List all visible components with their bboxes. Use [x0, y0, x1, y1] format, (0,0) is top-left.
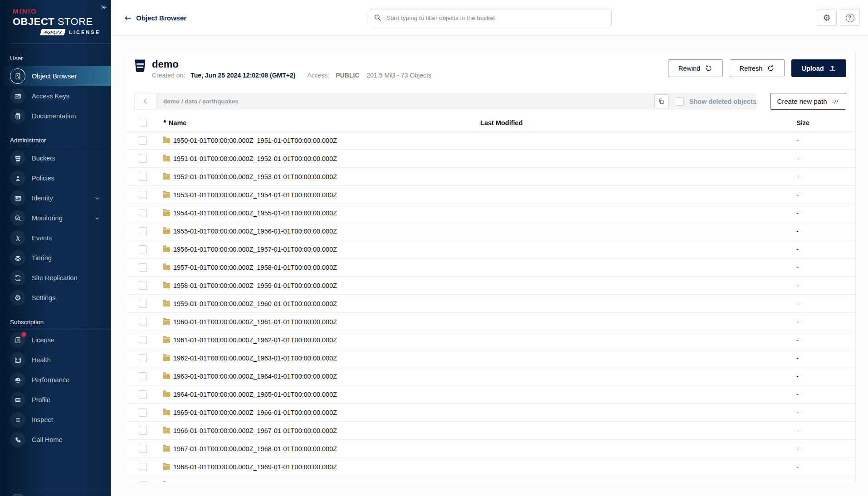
object-name: 1958-01-01T00:00:00.000Z_1959-01-01T00:0… — [173, 282, 337, 289]
table-row[interactable]: 1963-01-01T00:00:00.000Z_1964-01-01T00:0… — [127, 367, 855, 385]
table-row[interactable]: 1962-01-01T00:00:00.000Z_1963-01-01T00:0… — [127, 349, 855, 367]
row-checkbox[interactable] — [139, 155, 147, 163]
table-row[interactable]: 1960-01-01T00:00:00.000Z_1961-01-01T00:0… — [127, 313, 855, 331]
search-input[interactable] — [369, 10, 612, 26]
table-row[interactable]: 1969-01-01T00:00:00.000Z_1970-01-01T00:0… — [127, 476, 855, 482]
license-label: LICENSE — [69, 29, 100, 35]
object-name: 1968-01-01T00:00:00.000Z_1969-01-01T00:0… — [173, 463, 337, 471]
sidebar-item-call-home[interactable]: Call Home — [0, 430, 111, 450]
show-deleted-label: Show deleted objects — [689, 98, 756, 105]
table-row[interactable]: 1961-01-01T00:00:00.000Z_1962-01-01T00:0… — [127, 331, 855, 349]
settings-button[interactable]: ⚙ — [817, 10, 837, 26]
object-browser-icon — [10, 68, 25, 84]
policies-icon — [10, 170, 25, 186]
select-all-checkbox[interactable] — [139, 119, 147, 127]
folder-icon — [163, 319, 170, 325]
sidebar-bottom-icon[interactable] — [10, 494, 25, 496]
row-checkbox[interactable] — [139, 209, 147, 217]
row-checkbox[interactable] — [139, 354, 147, 362]
rewind-button[interactable]: Rewind — [668, 59, 723, 77]
object-size: - — [796, 318, 846, 326]
row-checkbox[interactable] — [139, 173, 147, 181]
topbar: ← Object Browser ⚙ ? — [111, 0, 868, 36]
sidebar-item-performance[interactable]: Performance — [0, 370, 111, 390]
sidebar-item-monitoring[interactable]: Monitoring — [0, 208, 111, 228]
folder-icon — [163, 247, 170, 252]
refresh-button[interactable]: Refresh — [730, 59, 785, 77]
minio-wordmark: MINIO — [13, 7, 102, 15]
row-checkbox[interactable] — [139, 445, 147, 453]
row-checkbox[interactable] — [139, 191, 147, 199]
table-row[interactable]: 1956-01-01T00:00:00.000Z_1957-01-01T00:0… — [127, 240, 855, 258]
object-size: - — [796, 391, 846, 398]
row-checkbox[interactable] — [139, 136, 147, 145]
chevron-down-icon — [94, 215, 100, 221]
table-row[interactable]: 1964-01-01T00:00:00.000Z_1965-01-01T00:0… — [127, 385, 855, 404]
sidebar-item-buckets[interactable]: Buckets — [0, 148, 111, 168]
table-row[interactable]: 1955-01-01T00:00:00.000Z_1956-01-01T00:0… — [127, 222, 855, 240]
call-home-icon — [10, 432, 25, 447]
object-name: 1961-01-01T00:00:00.000Z_1962-01-01T00:0… — [173, 336, 337, 344]
chevron-left-icon — [142, 98, 149, 105]
sidebar-item-object-browser[interactable]: Object Browser — [0, 66, 111, 86]
table-row[interactable]: 1958-01-01T00:00:00.000Z_1959-01-01T00:0… — [127, 277, 855, 295]
table-row[interactable]: 1959-01-01T00:00:00.000Z_1960-01-01T00:0… — [127, 295, 855, 313]
row-checkbox[interactable] — [139, 390, 147, 399]
row-checkbox[interactable] — [139, 227, 147, 235]
table-row[interactable]: 1957-01-01T00:00:00.000Z_1958-01-01T00:0… — [127, 258, 855, 277]
object-size: - — [796, 282, 846, 289]
copy-path-button[interactable] — [654, 94, 668, 108]
sidebar-item-events[interactable]: Events — [0, 228, 111, 248]
performance-icon — [10, 372, 25, 388]
table-row[interactable]: 1954-01-01T00:00:00.000Z_1955-01-01T00:0… — [127, 204, 855, 222]
row-checkbox[interactable] — [139, 263, 147, 272]
sidebar-item-health[interactable]: Health — [0, 350, 111, 370]
table-row[interactable]: 1968-01-01T00:00:00.000Z_1969-01-01T00:0… — [127, 458, 855, 476]
sidebar-item-profile[interactable]: Profile — [0, 390, 111, 410]
table-row[interactable]: 1953-01-01T00:00:00.000Z_1954-01-01T00:0… — [127, 186, 855, 204]
sidebar-item-site-replication[interactable]: Site Replication — [0, 268, 111, 288]
row-checkbox[interactable] — [139, 336, 147, 344]
column-header-last-modified[interactable]: Last Modified — [480, 119, 796, 126]
path-back-button[interactable] — [134, 93, 156, 110]
table-row[interactable]: 1965-01-01T00:00:00.000Z_1966-01-01T00:0… — [127, 404, 855, 422]
sidebar-item-inspect[interactable]: Inspect — [0, 410, 111, 430]
object-name: 1956-01-01T00:00:00.000Z_1957-01-01T00:0… — [173, 246, 337, 253]
table-row[interactable]: 1952-01-01T00:00:00.000Z_1953-01-01T00:0… — [127, 168, 855, 186]
row-checkbox[interactable] — [139, 245, 147, 253]
row-checkbox[interactable] — [139, 372, 147, 380]
create-new-path-button[interactable]: Create new path — [770, 93, 846, 110]
table-row[interactable]: 1966-01-01T00:00:00.000Z_1967-01-01T00:0… — [127, 422, 855, 440]
sidebar-item-tiering[interactable]: Tiering — [0, 248, 111, 268]
back-to-object-browser[interactable]: ← Object Browser — [125, 14, 186, 22]
search-icon — [374, 14, 382, 22]
table-row[interactable]: 1967-01-01T00:00:00.000Z_1968-01-01T00:0… — [127, 440, 855, 458]
row-checkbox[interactable] — [139, 463, 147, 471]
row-checkbox[interactable] — [139, 282, 147, 290]
sidebar-item-license[interactable]: License — [0, 330, 111, 350]
breadcrumb-path: demo / data / earthquakes — [163, 98, 239, 105]
help-icon: ? — [846, 14, 854, 22]
upload-button[interactable]: Upload — [791, 59, 846, 77]
row-checkbox[interactable] — [139, 300, 147, 308]
sidebar-item-documentation[interactable]: Documentation — [0, 106, 111, 126]
row-checkbox[interactable] — [139, 427, 147, 435]
tiering-icon — [10, 250, 25, 266]
column-header-size[interactable]: Size — [796, 119, 846, 126]
sidebar-item-access-keys[interactable]: Access Keys — [0, 86, 111, 106]
sidebar-item-identity[interactable]: Identity — [0, 188, 111, 208]
column-header-name[interactable]: ▲ Name — [163, 119, 480, 126]
row-checkbox[interactable] — [139, 318, 147, 326]
show-deleted-checkbox[interactable] — [676, 97, 684, 106]
table-row[interactable]: 1950-01-01T00:00:00.000Z_1951-01-01T00:0… — [127, 131, 855, 150]
row-checkbox[interactable] — [139, 408, 147, 417]
sidebar-item-policies[interactable]: Policies — [0, 168, 111, 188]
row-checkbox[interactable] — [139, 481, 147, 482]
help-button[interactable]: ? — [840, 10, 860, 26]
folder-icon — [163, 192, 170, 198]
folder-icon — [163, 410, 170, 415]
divider — [10, 490, 111, 490]
table-row[interactable]: 1951-01-01T00:00:00.000Z_1952-01-01T00:0… — [127, 150, 855, 168]
sidebar-item-settings[interactable]: ⚙ Settings — [0, 288, 111, 308]
license-badge: AGPLV3 LICENSE — [13, 29, 102, 35]
